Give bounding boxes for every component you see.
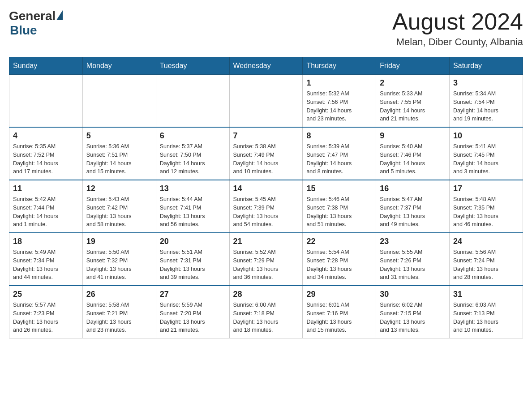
calendar-day-cell bbox=[156, 75, 229, 128]
day-number: 7 bbox=[233, 131, 299, 141]
calendar-day-cell bbox=[229, 75, 303, 128]
day-number: 23 bbox=[380, 237, 446, 246]
logo-triangle-icon bbox=[56, 10, 63, 20]
calendar-day-cell: 31Sunrise: 6:03 AMSunset: 7:13 PMDayligh… bbox=[450, 286, 523, 338]
calendar-week-row: 11Sunrise: 5:42 AMSunset: 7:44 PMDayligh… bbox=[9, 180, 523, 233]
day-info: Sunrise: 6:00 AMSunset: 7:18 PMDaylight:… bbox=[233, 301, 299, 334]
day-number: 20 bbox=[160, 237, 226, 246]
day-number: 1 bbox=[306, 78, 372, 88]
calendar-day-cell: 4Sunrise: 5:35 AMSunset: 7:52 PMDaylight… bbox=[9, 127, 83, 180]
day-number: 22 bbox=[306, 237, 372, 246]
calendar-day-cell: 10Sunrise: 5:41 AMSunset: 7:45 PMDayligh… bbox=[450, 127, 523, 180]
calendar-day-cell: 18Sunrise: 5:49 AMSunset: 7:34 PMDayligh… bbox=[9, 233, 83, 286]
day-of-week-header: Tuesday bbox=[156, 57, 229, 75]
calendar-day-cell: 24Sunrise: 5:56 AMSunset: 7:24 PMDayligh… bbox=[450, 233, 523, 286]
day-number: 11 bbox=[13, 184, 79, 193]
logo: General Blue bbox=[9, 9, 63, 38]
day-info: Sunrise: 5:45 AMSunset: 7:39 PMDaylight:… bbox=[233, 195, 299, 229]
calendar-day-cell: 16Sunrise: 5:47 AMSunset: 7:37 PMDayligh… bbox=[376, 180, 450, 233]
day-number: 29 bbox=[306, 290, 372, 299]
title-section: August 2024 Melan, Diber County, Albania bbox=[392, 9, 523, 48]
calendar-day-cell: 1Sunrise: 5:32 AMSunset: 7:56 PMDaylight… bbox=[303, 75, 376, 128]
day-number: 28 bbox=[233, 290, 299, 299]
day-info: Sunrise: 5:33 AMSunset: 7:55 PMDaylight:… bbox=[380, 90, 446, 123]
calendar-day-cell: 9Sunrise: 5:40 AMSunset: 7:46 PMDaylight… bbox=[376, 127, 450, 180]
day-number: 31 bbox=[453, 290, 519, 299]
calendar-day-cell: 8Sunrise: 5:39 AMSunset: 7:47 PMDaylight… bbox=[303, 127, 376, 180]
day-info: Sunrise: 5:59 AMSunset: 7:20 PMDaylight:… bbox=[160, 301, 226, 334]
calendar-day-cell: 29Sunrise: 6:01 AMSunset: 7:16 PMDayligh… bbox=[303, 286, 376, 338]
calendar-day-cell bbox=[9, 75, 83, 128]
calendar-day-cell: 6Sunrise: 5:37 AMSunset: 7:50 PMDaylight… bbox=[156, 127, 229, 180]
calendar-day-cell: 25Sunrise: 5:57 AMSunset: 7:23 PMDayligh… bbox=[9, 286, 83, 338]
calendar-day-cell: 13Sunrise: 5:44 AMSunset: 7:41 PMDayligh… bbox=[156, 180, 229, 233]
day-number: 30 bbox=[380, 290, 446, 299]
day-number: 4 bbox=[13, 131, 79, 141]
day-info: Sunrise: 5:52 AMSunset: 7:29 PMDaylight:… bbox=[233, 248, 299, 282]
calendar-week-row: 1Sunrise: 5:32 AMSunset: 7:56 PMDaylight… bbox=[9, 75, 523, 128]
day-info: Sunrise: 6:02 AMSunset: 7:15 PMDaylight:… bbox=[380, 301, 446, 334]
day-number: 6 bbox=[160, 131, 226, 141]
day-number: 9 bbox=[380, 131, 446, 141]
calendar-day-cell: 30Sunrise: 6:02 AMSunset: 7:15 PMDayligh… bbox=[376, 286, 450, 338]
day-number: 24 bbox=[453, 237, 519, 246]
day-number: 13 bbox=[160, 184, 226, 193]
calendar-day-cell: 22Sunrise: 5:54 AMSunset: 7:28 PMDayligh… bbox=[303, 233, 376, 286]
calendar-day-cell: 27Sunrise: 5:59 AMSunset: 7:20 PMDayligh… bbox=[156, 286, 229, 338]
day-info: Sunrise: 5:47 AMSunset: 7:37 PMDaylight:… bbox=[380, 195, 446, 229]
day-of-week-header: Thursday bbox=[303, 57, 376, 75]
calendar-day-cell bbox=[82, 75, 156, 128]
day-info: Sunrise: 5:38 AMSunset: 7:49 PMDaylight:… bbox=[233, 142, 299, 176]
logo-general-text: General bbox=[9, 9, 56, 23]
calendar-week-row: 4Sunrise: 5:35 AMSunset: 7:52 PMDaylight… bbox=[9, 127, 523, 180]
calendar-day-cell: 11Sunrise: 5:42 AMSunset: 7:44 PMDayligh… bbox=[9, 180, 83, 233]
day-number: 5 bbox=[86, 131, 152, 141]
day-info: Sunrise: 5:39 AMSunset: 7:47 PMDaylight:… bbox=[306, 142, 372, 176]
calendar-table: SundayMondayTuesdayWednesdayThursdayFrid… bbox=[9, 57, 523, 338]
day-number: 25 bbox=[13, 290, 79, 299]
day-info: Sunrise: 5:51 AMSunset: 7:31 PMDaylight:… bbox=[160, 248, 226, 282]
calendar-week-row: 18Sunrise: 5:49 AMSunset: 7:34 PMDayligh… bbox=[9, 233, 523, 286]
day-info: Sunrise: 5:35 AMSunset: 7:52 PMDaylight:… bbox=[13, 142, 79, 176]
day-info: Sunrise: 5:48 AMSunset: 7:35 PMDaylight:… bbox=[453, 195, 519, 229]
day-info: Sunrise: 5:32 AMSunset: 7:56 PMDaylight:… bbox=[306, 90, 372, 123]
calendar-day-cell: 28Sunrise: 6:00 AMSunset: 7:18 PMDayligh… bbox=[229, 286, 303, 338]
day-of-week-header: Sunday bbox=[9, 57, 83, 75]
day-number: 12 bbox=[86, 184, 152, 193]
day-info: Sunrise: 5:56 AMSunset: 7:24 PMDaylight:… bbox=[453, 248, 519, 282]
day-number: 17 bbox=[453, 184, 519, 193]
day-info: Sunrise: 5:58 AMSunset: 7:21 PMDaylight:… bbox=[86, 301, 152, 334]
calendar-day-cell: 7Sunrise: 5:38 AMSunset: 7:49 PMDaylight… bbox=[229, 127, 303, 180]
day-of-week-header: Monday bbox=[82, 57, 156, 75]
calendar-week-row: 25Sunrise: 5:57 AMSunset: 7:23 PMDayligh… bbox=[9, 286, 523, 338]
day-number: 16 bbox=[380, 184, 446, 193]
day-info: Sunrise: 5:50 AMSunset: 7:32 PMDaylight:… bbox=[86, 248, 152, 282]
page-header: General Blue August 2024 Melan, Diber Co… bbox=[9, 9, 523, 48]
calendar-day-cell: 20Sunrise: 5:51 AMSunset: 7:31 PMDayligh… bbox=[156, 233, 229, 286]
calendar-day-cell: 17Sunrise: 5:48 AMSunset: 7:35 PMDayligh… bbox=[450, 180, 523, 233]
day-info: Sunrise: 5:55 AMSunset: 7:26 PMDaylight:… bbox=[380, 248, 446, 282]
day-number: 14 bbox=[233, 184, 299, 193]
day-info: Sunrise: 5:37 AMSunset: 7:50 PMDaylight:… bbox=[160, 142, 226, 176]
day-info: Sunrise: 5:49 AMSunset: 7:34 PMDaylight:… bbox=[13, 248, 79, 282]
day-info: Sunrise: 5:46 AMSunset: 7:38 PMDaylight:… bbox=[306, 195, 372, 229]
calendar-day-cell: 23Sunrise: 5:55 AMSunset: 7:26 PMDayligh… bbox=[376, 233, 450, 286]
day-info: Sunrise: 5:42 AMSunset: 7:44 PMDaylight:… bbox=[13, 195, 79, 229]
day-info: Sunrise: 5:44 AMSunset: 7:41 PMDaylight:… bbox=[160, 195, 226, 229]
day-of-week-header: Saturday bbox=[450, 57, 523, 75]
day-info: Sunrise: 5:36 AMSunset: 7:51 PMDaylight:… bbox=[86, 142, 152, 176]
day-number: 27 bbox=[160, 290, 226, 299]
calendar-day-cell: 21Sunrise: 5:52 AMSunset: 7:29 PMDayligh… bbox=[229, 233, 303, 286]
day-info: Sunrise: 5:43 AMSunset: 7:42 PMDaylight:… bbox=[86, 195, 152, 229]
day-info: Sunrise: 6:03 AMSunset: 7:13 PMDaylight:… bbox=[453, 301, 519, 334]
calendar-day-cell: 14Sunrise: 5:45 AMSunset: 7:39 PMDayligh… bbox=[229, 180, 303, 233]
day-info: Sunrise: 5:57 AMSunset: 7:23 PMDaylight:… bbox=[13, 301, 79, 334]
day-info: Sunrise: 5:40 AMSunset: 7:46 PMDaylight:… bbox=[380, 142, 446, 176]
calendar-day-cell: 5Sunrise: 5:36 AMSunset: 7:51 PMDaylight… bbox=[82, 127, 156, 180]
calendar-subtitle: Melan, Diber County, Albania bbox=[392, 36, 523, 48]
day-info: Sunrise: 5:54 AMSunset: 7:28 PMDaylight:… bbox=[306, 248, 372, 282]
day-number: 26 bbox=[86, 290, 152, 299]
day-info: Sunrise: 5:41 AMSunset: 7:45 PMDaylight:… bbox=[453, 142, 519, 176]
days-header-row: SundayMondayTuesdayWednesdayThursdayFrid… bbox=[9, 57, 523, 75]
day-number: 3 bbox=[453, 78, 519, 88]
